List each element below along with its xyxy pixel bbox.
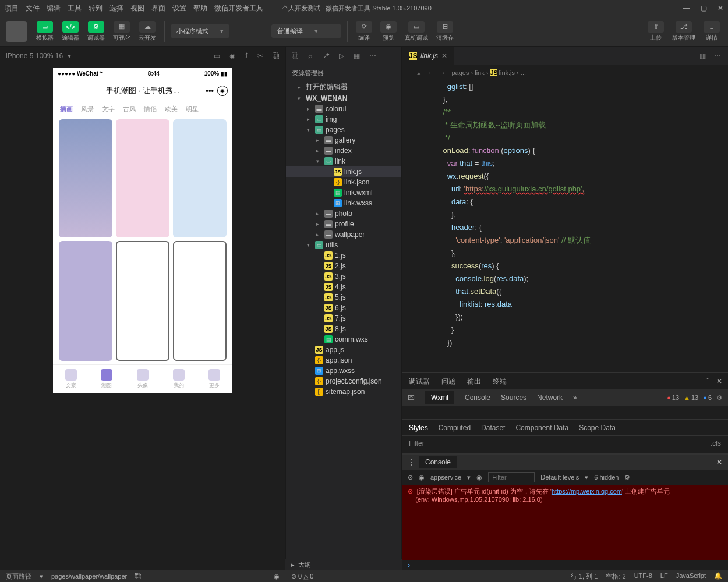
remote-debug-button[interactable]: ▭真机调试 xyxy=(402,20,430,43)
overflow-icon[interactable]: » xyxy=(573,393,577,402)
wallpaper-item[interactable] xyxy=(116,119,169,237)
console-tab[interactable]: Console xyxy=(465,393,490,402)
close-tab-icon[interactable]: ✕ xyxy=(441,52,447,60)
error-badge[interactable]: 13 xyxy=(667,394,679,402)
tab-item[interactable]: 明星 xyxy=(186,105,199,113)
wxml-tab[interactable]: Wxml xyxy=(425,391,454,404)
nav-item[interactable]: 我的 xyxy=(173,369,185,389)
console-prompt[interactable]: › xyxy=(402,560,728,570)
tree-item[interactable]: ▸▭img xyxy=(286,114,401,125)
close-icon[interactable]: ✕ xyxy=(716,377,722,385)
tree-item[interactable]: JSapp.js xyxy=(286,345,401,355)
git-icon[interactable]: ⎇ xyxy=(321,52,330,60)
tree-item[interactable]: ▾▭utils xyxy=(286,240,401,250)
menu-item[interactable]: 视图 xyxy=(130,3,144,13)
menu-item[interactable]: 文件 xyxy=(26,3,40,13)
tree-item[interactable]: {}sitemap.json xyxy=(286,386,401,397)
ext-icon[interactable]: ▦ xyxy=(354,52,360,60)
chevron-up-icon[interactable]: ˄ xyxy=(706,377,709,385)
nav-item[interactable]: 潮图 xyxy=(101,369,112,389)
maximize-icon[interactable]: ▢ xyxy=(701,4,707,12)
info-badge[interactable]: 6 xyxy=(703,394,712,402)
menu-item[interactable]: 设置 xyxy=(172,3,186,13)
tree-item[interactable]: JS1.js xyxy=(286,250,401,261)
outline-section[interactable]: ▸大纲 xyxy=(285,559,402,570)
copy-icon[interactable]: ⿻ xyxy=(273,52,280,60)
clear-cache-button[interactable]: ⊟清缓存 xyxy=(434,20,456,43)
tree-item[interactable]: ▤comm.wxs xyxy=(286,334,401,345)
visual-button[interactable]: ▦可视化 xyxy=(111,20,133,43)
tree-item[interactable]: JS7.js xyxy=(286,313,401,324)
gear-icon[interactable]: ⚙ xyxy=(716,394,722,402)
preview-button[interactable]: ◉预览 xyxy=(378,20,399,43)
menu-item[interactable]: 帮助 xyxy=(193,3,207,13)
styles-tab[interactable]: Styles xyxy=(409,424,428,432)
eye-icon[interactable]: ◉ xyxy=(419,474,425,481)
target-icon[interactable]: ◉ xyxy=(217,86,228,96)
menu-item[interactable]: 编辑 xyxy=(47,3,61,13)
debugger-button[interactable]: ⚙调试器 xyxy=(85,20,107,43)
page-path[interactable]: pages/wallpaper/wallpaper xyxy=(51,573,127,580)
menu-item[interactable]: 界面 xyxy=(151,3,165,13)
eol[interactable]: LF xyxy=(660,572,668,581)
page-path-label[interactable]: 页面路径 xyxy=(6,572,31,581)
menu-item[interactable]: 项目 xyxy=(5,3,19,13)
split-icon[interactable]: ▥ xyxy=(699,52,706,60)
tab-item[interactable]: 风景 xyxy=(81,105,94,113)
editor-button[interactable]: </>编辑器 xyxy=(59,20,82,43)
language[interactable]: JavaScript xyxy=(676,572,706,581)
dataset-tab[interactable]: Dataset xyxy=(481,424,505,432)
tab-item[interactable]: 插画 xyxy=(60,105,73,113)
bell-icon[interactable]: 🔔 xyxy=(714,572,722,581)
tree-item[interactable]: JS5.js xyxy=(286,292,401,303)
compile-button[interactable]: ⟳编译 xyxy=(354,20,374,43)
eye-icon[interactable]: ◉ xyxy=(476,474,482,481)
breadcrumb[interactable]: pages › link › JS link.js › ... xyxy=(451,69,526,76)
minimize-icon[interactable]: — xyxy=(683,4,690,12)
tree-item[interactable]: ▸▬index xyxy=(286,146,401,156)
tree-item[interactable]: JS8.js xyxy=(286,324,401,334)
menu-item[interactable]: 转到 xyxy=(89,3,103,13)
tree-item[interactable]: ▾▭link xyxy=(286,156,401,166)
nav-item[interactable]: 文案 xyxy=(65,369,77,389)
problem-count[interactable]: ⊘ 0 △ 0 xyxy=(291,573,313,580)
tree-item[interactable]: JS3.js xyxy=(286,271,401,282)
menu-item[interactable]: 微信开发者工具 xyxy=(214,3,263,13)
eye-icon[interactable]: ◉ xyxy=(274,573,280,580)
phone-simulator[interactable]: ●●●●● WeChat⌃ 8:44 100% ▮▮ 手机潮图 · 让手机秀..… xyxy=(53,68,232,393)
back-icon[interactable]: ← xyxy=(427,69,433,76)
avatar[interactable] xyxy=(6,21,27,42)
componentdata-tab[interactable]: Component Data xyxy=(515,424,568,432)
cloud-button[interactable]: ☁云开发 xyxy=(136,20,158,43)
levels-select[interactable]: Default levels xyxy=(540,474,579,481)
compile-select[interactable]: 普通编译 xyxy=(271,24,341,38)
devtab[interactable]: 调试器 xyxy=(409,377,430,386)
wallpaper-item[interactable] xyxy=(173,241,227,361)
network-tab[interactable]: Network xyxy=(537,393,563,402)
device-label[interactable]: iPhone 5 100% 16 xyxy=(6,52,63,60)
cursor-pos[interactable]: 行 1, 列 1 xyxy=(571,572,598,581)
debug-icon[interactable]: ▷ xyxy=(339,52,344,60)
copy-icon[interactable]: ⿻ xyxy=(135,573,142,580)
tree-item[interactable]: ▾▭pages xyxy=(286,125,401,135)
tab-item[interactable]: 情侣 xyxy=(144,105,157,113)
tree-item[interactable]: ▸▬colorui xyxy=(286,104,401,114)
hidden-label[interactable]: 6 hidden xyxy=(594,474,619,481)
indent[interactable]: 空格: 2 xyxy=(606,572,625,581)
filter-label[interactable]: Filter xyxy=(409,439,425,448)
devtab[interactable]: 终端 xyxy=(493,377,507,386)
tree-item[interactable]: ⊞app.wxss xyxy=(286,365,401,376)
gear-icon[interactable]: ⚙ xyxy=(624,474,630,481)
more-icon[interactable]: ••• xyxy=(206,87,214,95)
share-icon[interactable]: ⤴ xyxy=(245,52,248,60)
tree-item[interactable]: ▸▬gallery xyxy=(286,135,401,146)
mode-select[interactable]: 小程序模式 xyxy=(171,24,229,38)
inspect-icon[interactable]: ⮹ xyxy=(408,393,415,402)
section-header[interactable]: ▸打开的编辑器 xyxy=(286,81,401,93)
devtab[interactable]: 输出 xyxy=(467,377,481,386)
section-header[interactable]: ▾WX_WENAN xyxy=(286,93,401,104)
version-button[interactable]: ⎇版本管理 xyxy=(670,20,698,43)
file-tab[interactable]: JS link.js ✕ xyxy=(402,47,454,65)
tree-item[interactable]: {}app.json xyxy=(286,355,401,365)
nav-item[interactable]: 头像 xyxy=(137,369,149,389)
